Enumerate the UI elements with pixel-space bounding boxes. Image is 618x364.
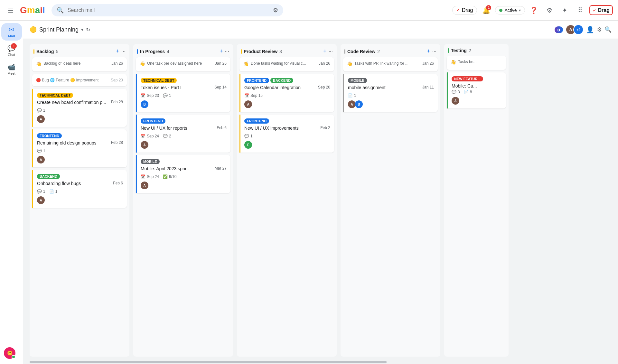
board-refresh-icon[interactable]: ↻: [86, 27, 90, 33]
card-date: Feb 6: [217, 126, 227, 130]
backlog-note-card[interactable]: 👋 Backlog of ideas here Jan 26: [32, 57, 127, 71]
card-tags: FRONTEND: [141, 118, 227, 124]
check-icon: ✅: [163, 174, 168, 179]
backlog-card-2[interactable]: FRONTEND Remaining old design popups Feb…: [32, 129, 127, 167]
code-title: Code Review: [347, 49, 375, 54]
product-add-button[interactable]: +: [323, 48, 327, 55]
comment-icon: 💬: [37, 149, 42, 153]
calendar-icon: 📅: [141, 134, 145, 138]
product-more-button[interactable]: ···: [329, 49, 333, 54]
sidebar-item-chat[interactable]: 💬 1 Chat: [1, 42, 22, 59]
backlog-card-1[interactable]: TECHNICAL DEBT Create new board confirma…: [32, 89, 127, 127]
column-header-code: Code Review 2 + ···: [341, 44, 440, 57]
drag-button[interactable]: ✓ Drag: [452, 6, 477, 15]
product-body: 👋 Done tasks waiting for visual c... Jan…: [237, 57, 337, 155]
product-note-card[interactable]: 👋 Done tasks waiting for visual c... Jan…: [239, 57, 334, 71]
product-card-2[interactable]: FRONTEND New UI / UX improvements Feb 2 …: [239, 115, 334, 153]
backlog-more-button[interactable]: ···: [121, 49, 126, 54]
filter-icon[interactable]: ⚙: [597, 26, 602, 33]
tag-mobile: MOBILE: [141, 159, 160, 164]
board-avatar-group: A +4: [566, 24, 584, 35]
code-body: 👋 Tasks with PR link waiting for ... Jan…: [341, 57, 440, 115]
horizontal-scrollbar-thumb[interactable]: [30, 361, 387, 363]
apps-button[interactable]: ⠿: [574, 4, 587, 17]
column-header-inprogress: In Progress 4 + ···: [133, 44, 233, 57]
card-title: Token issues - Part I: [141, 85, 182, 90]
code-color-bar: [344, 49, 345, 54]
types-date: Sep 20: [111, 78, 123, 82]
meet-icon: 📹: [7, 63, 15, 70]
code-add-button[interactable]: +: [427, 48, 430, 55]
people-icon[interactable]: 👤: [586, 26, 594, 33]
tag-mobile: MOBILE: [348, 78, 367, 83]
star-button[interactable]: ✦: [558, 4, 571, 17]
inprogress-note-card[interactable]: 👋 One task per dev assigned here Jan 26: [136, 57, 230, 71]
card-title: Onboarding flow bugs: [37, 181, 81, 186]
mail-icon: ✉: [9, 26, 14, 33]
search-tune-icon[interactable]: ⚙: [273, 7, 278, 14]
menu-icon[interactable]: ☰: [5, 4, 16, 17]
inprogress-title: In Progress: [140, 49, 165, 54]
card-meta: 💬 1 📄 1: [37, 189, 123, 194]
inprogress-card-1[interactable]: TECHNICAL DEBT Token issues - Part I Sep…: [136, 74, 230, 112]
testing-card-1[interactable]: NEW FEATUR... Mobile: Cu... 💬 3 📄 8 A: [447, 72, 506, 108]
backlog-title: Backlog: [36, 49, 54, 54]
inprogress-add-button[interactable]: +: [220, 48, 223, 55]
card-date: Feb 28: [111, 100, 123, 104]
card-footer: A: [141, 182, 227, 189]
user-avatar[interactable]: 😊: [4, 347, 15, 359]
card-avatar: A: [452, 97, 459, 105]
gmail-logo: Gmail: [20, 5, 45, 15]
card-note: 👋 One task per dev assigned here Jan 26: [140, 61, 227, 66]
code-card-1[interactable]: MOBILE mobile assignment Jan 11 📄 1 A B: [343, 74, 438, 112]
board-search-icon[interactable]: 🔍: [604, 26, 612, 33]
sidebar-icon-wrapper-meet: 📹: [7, 63, 15, 71]
inprogress-card-3[interactable]: MOBILE Mobile: April 2023 sprint Mar 27 …: [136, 155, 230, 193]
drag-logo-button[interactable]: ✓ Drag: [589, 5, 613, 15]
card-tags: MOBILE: [141, 159, 227, 164]
card-tags: FRONTEND: [37, 133, 123, 138]
backlog-card-3[interactable]: BACKEND Onboarding flow bugs Feb 6 💬 1 📄…: [32, 170, 127, 208]
search-bar[interactable]: 🔍 ⚙: [52, 4, 283, 16]
sidebar-item-mail[interactable]: ✉ Mail: [1, 23, 22, 41]
settings-button[interactable]: ⚙: [543, 4, 556, 17]
backlog-add-button[interactable]: +: [116, 48, 119, 55]
help-button[interactable]: ❓: [528, 4, 540, 17]
board-title: Sprint Planning: [39, 26, 79, 33]
sidebar-item-meet[interactable]: 📹 Meet: [1, 61, 22, 78]
comment-icon: 💬: [37, 189, 42, 194]
code-more-button[interactable]: ···: [432, 49, 436, 54]
tag-frontend: FRONTEND: [141, 118, 165, 124]
card-avatar: A: [244, 100, 252, 108]
drag-label: Drag: [462, 7, 473, 13]
active-dot: [499, 9, 502, 12]
main-content: 🟡 Sprint Planning ▾ ↻ ◑ A +4 👤 ⚙ 🔍: [23, 21, 618, 364]
view-toggle-button[interactable]: ◑: [555, 26, 563, 33]
search-input[interactable]: [68, 7, 269, 13]
card-note: 👋 Tasks be...: [451, 60, 502, 65]
code-count: 2: [377, 49, 380, 54]
card-footer: B: [141, 100, 227, 108]
status-indicator[interactable]: Active ▾: [495, 6, 525, 14]
inprogress-more-button[interactable]: ···: [225, 49, 229, 54]
card-avatar: F: [244, 141, 252, 149]
board-chevron-icon[interactable]: ▾: [81, 27, 83, 32]
note-emoji: 👋: [451, 60, 456, 65]
card-avatar: A: [37, 156, 45, 163]
card-title: Mobile: Cu...: [452, 83, 502, 89]
card-title-row: Create new board confirmation p... Feb 2…: [37, 100, 123, 106]
inprogress-card-2[interactable]: FRONTEND New UI / UX for reports Feb 6 📅…: [136, 115, 230, 153]
notification-button[interactable]: 🔔 1: [480, 4, 492, 17]
board-title-emoji: 🟡: [30, 26, 37, 33]
horizontal-scrollbar-area[interactable]: [23, 360, 618, 364]
comment-count: 💬 1: [244, 134, 253, 138]
testing-note-card[interactable]: 👋 Tasks be...: [447, 56, 506, 70]
meta-date: 📅 Sep 23: [141, 93, 159, 98]
kanban-board: Backlog 5 + ··· 👋 Backlog of ideas here …: [23, 39, 618, 364]
product-card-1[interactable]: FRONTEND BACKEND Google Calendar integra…: [239, 74, 334, 112]
comment-count: 💬 3: [452, 90, 460, 94]
backlog-types-card[interactable]: 🔴 Bug 🌐 Feature 🟡 Improvement Sep 20: [32, 74, 127, 86]
backlog-count: 5: [56, 49, 58, 54]
code-note-card[interactable]: 👋 Tasks with PR link waiting for ... Jan…: [343, 57, 438, 71]
testing-body: 👋 Tasks be... NEW FEATUR... Mobile: Cu..…: [444, 56, 509, 111]
